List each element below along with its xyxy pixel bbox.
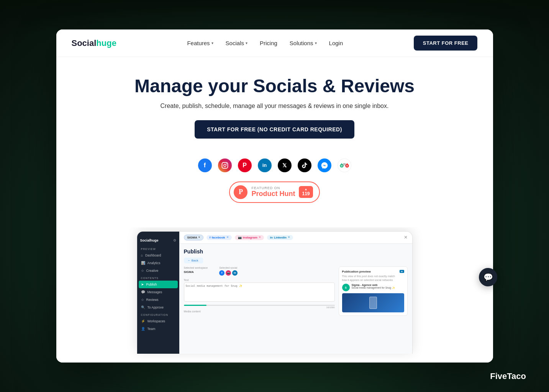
app-workspace-info: Selected workspace SIGMA Selected social… (184, 266, 335, 276)
workspace-value: SIGMA (184, 270, 208, 274)
workspace-tag[interactable]: SIGMA ▾ (184, 235, 203, 240)
nav-socials[interactable]: Socials ▾ (226, 40, 247, 46)
nav-pricing[interactable]: Pricing (260, 40, 277, 46)
app-preview-col: Publication preview This view of this po… (339, 266, 408, 316)
facebook-icon: f (198, 158, 212, 172)
linkedin-tag-close-icon[interactable]: ✕ (288, 236, 290, 239)
ph-arrow-icon: ▲ (305, 188, 308, 191)
preview-phone-icon (369, 297, 377, 309)
messages-icon: 💬 (141, 290, 145, 294)
workspace-label: Selected workspace (184, 266, 208, 269)
settings-icon[interactable]: ⚙ (173, 238, 176, 242)
sidebar-item-creative[interactable]: ☆ Creative (137, 267, 179, 274)
sidebar-item-publish[interactable]: ➤ Publish (139, 281, 178, 288)
logo: Socialhuge (72, 38, 116, 48)
app-main-content: SIGMA ▾ f facebook ✕ 📷 instagram ✕ in (179, 232, 412, 354)
preview-image-placeholder (369, 297, 377, 309)
char-count: 16/1000 (184, 306, 335, 309)
mini-ig-icon: 📷 (226, 270, 231, 276)
reviews-icon: ☆ (141, 298, 144, 302)
linkedin-icon: in (258, 158, 272, 172)
messenger-icon (318, 158, 331, 172)
hero-section: Manage your Socials & Reviews Create, pu… (56, 57, 493, 227)
svg-point-8 (346, 165, 347, 166)
sidebar-item-messages[interactable]: 💬 Messages (137, 288, 179, 296)
app-topbar: SIGMA ▾ f facebook ✕ 📷 instagram ✕ in (179, 232, 412, 244)
sidebar-item-dashboard[interactable]: ⌂ Dashboard (137, 252, 179, 259)
svg-point-1 (224, 164, 226, 167)
navbar: Socialhuge Features ▾ Socials ▾ Pricing (56, 29, 493, 57)
to-approve-icon: 🔍 (141, 305, 145, 309)
app-left-col: Selected workspace SIGMA Selected social… (184, 266, 335, 316)
social-label: Selected social (219, 266, 238, 269)
preview-post: S Sigma - Agence web Social media manage… (342, 284, 404, 291)
app-sidebar: Socialhuge ⚙ PREVIEW ⌂ Dashboard 📊 Analy… (137, 232, 179, 354)
ph-featured-label: FEATURED ON (251, 186, 280, 190)
app-preview: Socialhuge ⚙ PREVIEW ⌂ Dashboard 📊 Analy… (137, 231, 413, 354)
social-icons-row: f P in 𝕏 (72, 158, 478, 172)
post-text-input[interactable] (184, 283, 335, 302)
chat-bubble[interactable]: 💬 (479, 268, 497, 286)
svg-point-2 (226, 163, 227, 164)
media-content-label: Media content (184, 310, 335, 313)
pinterest-icon: P (238, 158, 252, 172)
features-link[interactable]: Features ▾ (187, 40, 213, 46)
hero-headline: Manage your Socials & Reviews (72, 76, 478, 96)
linkedin-tag[interactable]: in LinkedIn ✕ (267, 235, 293, 240)
ph-name: Product Hunt (251, 190, 295, 198)
preview-post-text: Social media management for Snug ✨ (352, 286, 395, 289)
text-area-section: Text 16/1000 (184, 279, 335, 309)
ph-text: FEATURED ON Product Hunt (251, 186, 295, 198)
workspace-chevron-icon: ▾ (198, 236, 200, 239)
socials-link[interactable]: Socials ▾ (226, 40, 247, 46)
nav-features[interactable]: Features ▾ (187, 40, 213, 46)
preview-avatar: S (342, 284, 350, 291)
logo-social: Social (72, 38, 97, 48)
sidebar-section-contents: CONTENTS (137, 274, 179, 281)
product-hunt-badge[interactable]: P FEATURED ON Product Hunt ▲ 119 (229, 181, 320, 203)
facebook-tag-close-icon[interactable]: ✕ (226, 236, 229, 239)
sidebar-item-workspaces[interactable]: ⚡ Workspaces (137, 317, 179, 325)
ph-count-number: 119 (302, 191, 310, 196)
fivetaco-branding: FiveTaco (490, 371, 526, 381)
nav-solutions[interactable]: Solutions ▾ (290, 40, 317, 46)
workspace-info-block: Selected workspace SIGMA (184, 266, 208, 276)
hero-subheadline: Create, publish, schedule, manage all yo… (72, 103, 478, 109)
facebook-tag[interactable]: f facebook ✕ (206, 235, 232, 240)
nav-login[interactable]: Login (329, 40, 343, 46)
ph-logo: P (234, 185, 247, 199)
sidebar-item-reviews[interactable]: ☆ Reviews (137, 296, 179, 304)
solutions-link[interactable]: Solutions ▾ (290, 40, 317, 46)
browser-window: Socialhuge Features ▾ Socials ▾ Pricing (56, 29, 493, 363)
progress-fill (184, 305, 206, 306)
instagram-tag-close-icon[interactable]: ✕ (259, 236, 261, 239)
start-for-free-button[interactable]: START FOR FREE (414, 36, 478, 51)
twitter-x-icon: 𝕏 (278, 158, 292, 172)
instagram-icon (218, 158, 232, 172)
tiktok-icon (298, 158, 311, 172)
preview-linkedin-badge: in (400, 270, 404, 273)
app-page-title: Publish (184, 248, 408, 255)
analytics-icon: 📊 (141, 261, 145, 265)
instagram-tag-icon: 📷 (238, 236, 242, 239)
svg-text:advisor: advisor (342, 164, 347, 166)
mini-fb-icon: f (219, 270, 225, 276)
sidebar-item-analytics[interactable]: 📊 Analytics (137, 259, 179, 267)
topbar-close-icon[interactable]: ✕ (404, 235, 408, 240)
workspaces-icon: ⚡ (141, 319, 145, 323)
creative-icon: ☆ (141, 269, 144, 273)
sidebar-item-team[interactable]: 👤 Team (137, 325, 179, 333)
chat-bubble-icon: 💬 (483, 273, 493, 282)
ph-count-badge: ▲ 119 (299, 186, 313, 198)
pricing-link[interactable]: Pricing (260, 40, 277, 46)
preview-subtitle: This view of this post does not exactly … (342, 274, 400, 282)
app-back-button[interactable]: ← Back (184, 258, 203, 263)
hero-cta-button[interactable]: START FOR FREE (NO CREDIT CARD REQUIRED) (195, 120, 354, 139)
facebook-tag-icon: f (210, 236, 211, 239)
sidebar-item-to-approve[interactable]: 🔍 To Approve (137, 304, 179, 311)
socials-chevron-icon: ▾ (246, 41, 247, 45)
login-link[interactable]: Login (329, 40, 343, 46)
instagram-tag[interactable]: 📷 instagram ✕ (235, 235, 264, 240)
dashboard-icon: ⌂ (141, 253, 143, 257)
app-sidebar-header: Socialhuge ⚙ (137, 236, 179, 245)
